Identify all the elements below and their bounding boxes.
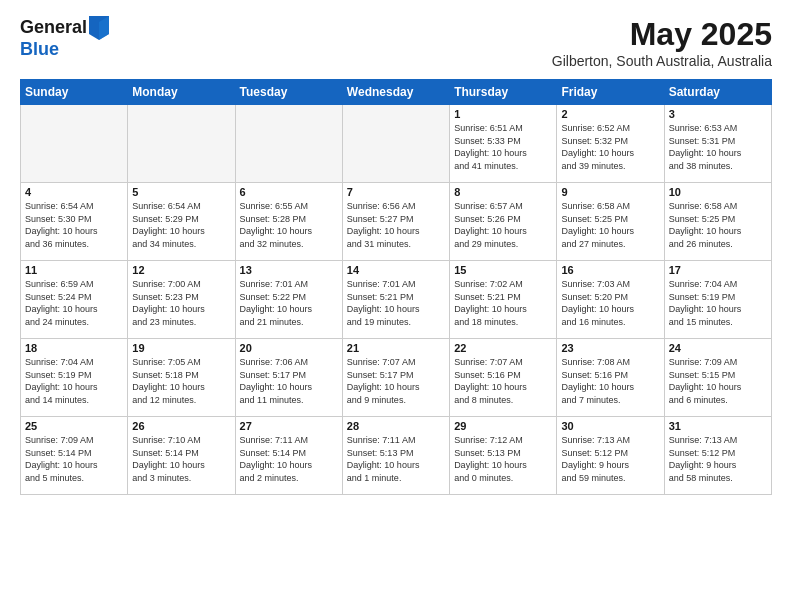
calendar-day-15: 15Sunrise: 7:02 AM Sunset: 5:21 PM Dayli… bbox=[450, 261, 557, 339]
day-info: Sunrise: 7:09 AM Sunset: 5:15 PM Dayligh… bbox=[669, 356, 767, 406]
calendar-day-4: 4Sunrise: 6:54 AM Sunset: 5:30 PM Daylig… bbox=[21, 183, 128, 261]
day-number: 11 bbox=[25, 264, 123, 276]
day-number: 15 bbox=[454, 264, 552, 276]
calendar-day-13: 13Sunrise: 7:01 AM Sunset: 5:22 PM Dayli… bbox=[235, 261, 342, 339]
day-number: 10 bbox=[669, 186, 767, 198]
header: General Blue May 2025 Gilberton, South A… bbox=[20, 16, 772, 69]
day-number: 16 bbox=[561, 264, 659, 276]
weekday-header-monday: Monday bbox=[128, 80, 235, 105]
day-number: 22 bbox=[454, 342, 552, 354]
calendar-day-6: 6Sunrise: 6:55 AM Sunset: 5:28 PM Daylig… bbox=[235, 183, 342, 261]
day-number: 21 bbox=[347, 342, 445, 354]
day-info: Sunrise: 7:04 AM Sunset: 5:19 PM Dayligh… bbox=[25, 356, 123, 406]
calendar-day-21: 21Sunrise: 7:07 AM Sunset: 5:17 PM Dayli… bbox=[342, 339, 449, 417]
calendar-day-24: 24Sunrise: 7:09 AM Sunset: 5:15 PM Dayli… bbox=[664, 339, 771, 417]
calendar-day-empty-0-1 bbox=[128, 105, 235, 183]
day-info: Sunrise: 7:01 AM Sunset: 5:21 PM Dayligh… bbox=[347, 278, 445, 328]
month-title: May 2025 bbox=[552, 16, 772, 53]
calendar-day-27: 27Sunrise: 7:11 AM Sunset: 5:14 PM Dayli… bbox=[235, 417, 342, 495]
day-number: 25 bbox=[25, 420, 123, 432]
calendar-day-25: 25Sunrise: 7:09 AM Sunset: 5:14 PM Dayli… bbox=[21, 417, 128, 495]
day-info: Sunrise: 6:56 AM Sunset: 5:27 PM Dayligh… bbox=[347, 200, 445, 250]
calendar-week-3: 11Sunrise: 6:59 AM Sunset: 5:24 PM Dayli… bbox=[21, 261, 772, 339]
weekday-header-tuesday: Tuesday bbox=[235, 80, 342, 105]
calendar-day-19: 19Sunrise: 7:05 AM Sunset: 5:18 PM Dayli… bbox=[128, 339, 235, 417]
calendar-week-5: 25Sunrise: 7:09 AM Sunset: 5:14 PM Dayli… bbox=[21, 417, 772, 495]
weekday-header-thursday: Thursday bbox=[450, 80, 557, 105]
calendar-day-empty-0-3 bbox=[342, 105, 449, 183]
day-number: 1 bbox=[454, 108, 552, 120]
calendar-day-17: 17Sunrise: 7:04 AM Sunset: 5:19 PM Dayli… bbox=[664, 261, 771, 339]
day-info: Sunrise: 6:58 AM Sunset: 5:25 PM Dayligh… bbox=[561, 200, 659, 250]
day-number: 2 bbox=[561, 108, 659, 120]
day-number: 19 bbox=[132, 342, 230, 354]
logo-text: General Blue bbox=[20, 16, 109, 60]
day-info: Sunrise: 6:57 AM Sunset: 5:26 PM Dayligh… bbox=[454, 200, 552, 250]
calendar-day-26: 26Sunrise: 7:10 AM Sunset: 5:14 PM Dayli… bbox=[128, 417, 235, 495]
day-info: Sunrise: 7:10 AM Sunset: 5:14 PM Dayligh… bbox=[132, 434, 230, 484]
day-number: 13 bbox=[240, 264, 338, 276]
day-number: 23 bbox=[561, 342, 659, 354]
day-info: Sunrise: 7:07 AM Sunset: 5:17 PM Dayligh… bbox=[347, 356, 445, 406]
day-info: Sunrise: 7:13 AM Sunset: 5:12 PM Dayligh… bbox=[669, 434, 767, 484]
calendar-week-1: 1Sunrise: 6:51 AM Sunset: 5:33 PM Daylig… bbox=[21, 105, 772, 183]
calendar-day-empty-0-2 bbox=[235, 105, 342, 183]
calendar-day-22: 22Sunrise: 7:07 AM Sunset: 5:16 PM Dayli… bbox=[450, 339, 557, 417]
day-info: Sunrise: 7:03 AM Sunset: 5:20 PM Dayligh… bbox=[561, 278, 659, 328]
calendar-day-14: 14Sunrise: 7:01 AM Sunset: 5:21 PM Dayli… bbox=[342, 261, 449, 339]
day-number: 4 bbox=[25, 186, 123, 198]
calendar-day-1: 1Sunrise: 6:51 AM Sunset: 5:33 PM Daylig… bbox=[450, 105, 557, 183]
calendar-day-16: 16Sunrise: 7:03 AM Sunset: 5:20 PM Dayli… bbox=[557, 261, 664, 339]
title-section: May 2025 Gilberton, South Australia, Aus… bbox=[552, 16, 772, 69]
calendar-day-18: 18Sunrise: 7:04 AM Sunset: 5:19 PM Dayli… bbox=[21, 339, 128, 417]
day-info: Sunrise: 6:58 AM Sunset: 5:25 PM Dayligh… bbox=[669, 200, 767, 250]
day-info: Sunrise: 6:52 AM Sunset: 5:32 PM Dayligh… bbox=[561, 122, 659, 172]
day-info: Sunrise: 6:53 AM Sunset: 5:31 PM Dayligh… bbox=[669, 122, 767, 172]
day-info: Sunrise: 7:07 AM Sunset: 5:16 PM Dayligh… bbox=[454, 356, 552, 406]
calendar-day-3: 3Sunrise: 6:53 AM Sunset: 5:31 PM Daylig… bbox=[664, 105, 771, 183]
day-number: 24 bbox=[669, 342, 767, 354]
day-number: 18 bbox=[25, 342, 123, 354]
calendar-day-5: 5Sunrise: 6:54 AM Sunset: 5:29 PM Daylig… bbox=[128, 183, 235, 261]
day-number: 14 bbox=[347, 264, 445, 276]
calendar-day-28: 28Sunrise: 7:11 AM Sunset: 5:13 PM Dayli… bbox=[342, 417, 449, 495]
day-info: Sunrise: 7:05 AM Sunset: 5:18 PM Dayligh… bbox=[132, 356, 230, 406]
calendar-day-12: 12Sunrise: 7:00 AM Sunset: 5:23 PM Dayli… bbox=[128, 261, 235, 339]
logo: General Blue bbox=[20, 16, 109, 60]
day-number: 12 bbox=[132, 264, 230, 276]
day-number: 28 bbox=[347, 420, 445, 432]
location: Gilberton, South Australia, Australia bbox=[552, 53, 772, 69]
calendar-day-29: 29Sunrise: 7:12 AM Sunset: 5:13 PM Dayli… bbox=[450, 417, 557, 495]
day-info: Sunrise: 6:54 AM Sunset: 5:29 PM Dayligh… bbox=[132, 200, 230, 250]
day-number: 17 bbox=[669, 264, 767, 276]
calendar-day-30: 30Sunrise: 7:13 AM Sunset: 5:12 PM Dayli… bbox=[557, 417, 664, 495]
day-info: Sunrise: 6:54 AM Sunset: 5:30 PM Dayligh… bbox=[25, 200, 123, 250]
calendar-day-empty-0-0 bbox=[21, 105, 128, 183]
day-number: 5 bbox=[132, 186, 230, 198]
day-info: Sunrise: 7:02 AM Sunset: 5:21 PM Dayligh… bbox=[454, 278, 552, 328]
calendar-day-10: 10Sunrise: 6:58 AM Sunset: 5:25 PM Dayli… bbox=[664, 183, 771, 261]
day-number: 9 bbox=[561, 186, 659, 198]
logo-icon bbox=[89, 16, 109, 40]
calendar-table: SundayMondayTuesdayWednesdayThursdayFrid… bbox=[20, 79, 772, 495]
day-info: Sunrise: 6:59 AM Sunset: 5:24 PM Dayligh… bbox=[25, 278, 123, 328]
day-number: 30 bbox=[561, 420, 659, 432]
day-number: 7 bbox=[347, 186, 445, 198]
day-number: 20 bbox=[240, 342, 338, 354]
calendar-week-2: 4Sunrise: 6:54 AM Sunset: 5:30 PM Daylig… bbox=[21, 183, 772, 261]
day-number: 29 bbox=[454, 420, 552, 432]
day-number: 8 bbox=[454, 186, 552, 198]
day-info: Sunrise: 7:13 AM Sunset: 5:12 PM Dayligh… bbox=[561, 434, 659, 484]
logo-general-text: General bbox=[20, 18, 87, 38]
calendar-day-31: 31Sunrise: 7:13 AM Sunset: 5:12 PM Dayli… bbox=[664, 417, 771, 495]
day-number: 26 bbox=[132, 420, 230, 432]
logo-blue-text: Blue bbox=[20, 40, 109, 60]
calendar-day-9: 9Sunrise: 6:58 AM Sunset: 5:25 PM Daylig… bbox=[557, 183, 664, 261]
calendar-day-7: 7Sunrise: 6:56 AM Sunset: 5:27 PM Daylig… bbox=[342, 183, 449, 261]
calendar-day-8: 8Sunrise: 6:57 AM Sunset: 5:26 PM Daylig… bbox=[450, 183, 557, 261]
weekday-header-sunday: Sunday bbox=[21, 80, 128, 105]
day-info: Sunrise: 7:04 AM Sunset: 5:19 PM Dayligh… bbox=[669, 278, 767, 328]
calendar-day-23: 23Sunrise: 7:08 AM Sunset: 5:16 PM Dayli… bbox=[557, 339, 664, 417]
day-number: 27 bbox=[240, 420, 338, 432]
day-info: Sunrise: 6:51 AM Sunset: 5:33 PM Dayligh… bbox=[454, 122, 552, 172]
